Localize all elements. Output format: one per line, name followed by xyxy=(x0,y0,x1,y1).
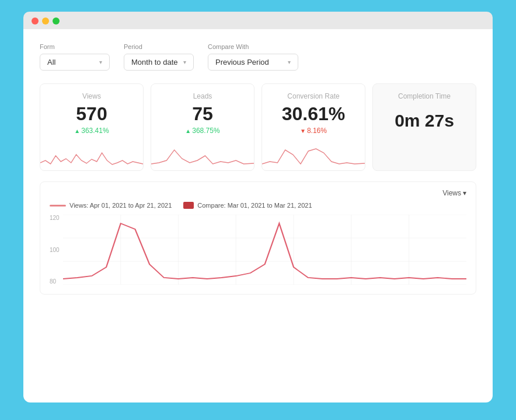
compare-filter-group: Compare With Previous Period ▾ xyxy=(208,43,298,71)
completion-card-value: 0m 27s xyxy=(382,111,466,131)
views-sparkline xyxy=(40,138,143,170)
compare-select[interactable]: Previous Period ▾ xyxy=(208,54,298,71)
period-label: Period xyxy=(124,43,194,50)
leads-card-title: Leads xyxy=(161,92,245,100)
window-chrome xyxy=(23,12,493,30)
conversion-card-title: Conversion Rate xyxy=(271,92,355,100)
legend-views-line-icon xyxy=(50,205,66,206)
compare-label: Compare With xyxy=(208,43,298,50)
views-up-arrow-icon: ▲ xyxy=(74,128,80,134)
maximize-dot[interactable] xyxy=(53,18,60,24)
chart-legend: Views: Apr 01, 2021 to Apr 21, 2021 Comp… xyxy=(50,202,466,209)
period-chevron-icon: ▾ xyxy=(183,59,186,65)
yaxis-120: 120 xyxy=(50,215,60,221)
leads-change-text: 368.75% xyxy=(192,127,219,135)
form-label: Form xyxy=(40,43,110,50)
filter-row: Form All ▾ Period Month to date ▾ Compar… xyxy=(40,43,476,71)
conversion-card: Conversion Rate 30.61% ▼ 8.16% xyxy=(262,83,365,171)
views-card-title: Views xyxy=(50,92,134,100)
leads-up-arrow-icon: ▲ xyxy=(185,128,191,134)
legend-views-item: Views: Apr 01, 2021 to Apr 21, 2021 xyxy=(50,202,172,209)
conversion-change-text: 8.16% xyxy=(307,127,327,135)
period-value: Month to date xyxy=(131,58,178,66)
form-chevron-icon: ▾ xyxy=(99,59,102,65)
cards-row: Views 570 ▲ 363.41% Leads 75 ▲ 368.75% xyxy=(40,83,476,171)
period-select[interactable]: Month to date ▾ xyxy=(124,54,194,71)
chart-yaxis: 120 100 80 xyxy=(50,215,63,285)
completion-card-title: Completion Time xyxy=(382,92,466,100)
yaxis-80: 80 xyxy=(50,278,60,285)
form-filter-group: Form All ▾ xyxy=(40,43,110,71)
conversion-down-arrow-icon: ▼ xyxy=(300,128,306,134)
app-container: Form All ▾ Period Month to date ▾ Compar… xyxy=(23,29,493,402)
completion-card: Completion Time 0m 27s xyxy=(372,83,476,171)
chart-area: Views ▾ Views: Apr 01, 2021 to Apr 21, 2… xyxy=(40,181,476,295)
chart-dropdown-chevron-icon: ▾ xyxy=(463,189,466,197)
form-value: All xyxy=(47,58,55,66)
views-card-change: ▲ 363.41% xyxy=(50,127,134,135)
legend-views-label: Views: Apr 01, 2021 to Apr 21, 2021 xyxy=(69,202,172,209)
legend-compare-item: Compare: Mar 01, 2021 to Mar 21, 2021 xyxy=(183,202,312,209)
form-select[interactable]: All ▾ xyxy=(40,54,110,71)
chart-body: 120 100 80 xyxy=(50,215,466,287)
close-dot[interactable] xyxy=(32,18,39,24)
views-card: Views 570 ▲ 363.41% xyxy=(40,83,144,171)
leads-card-value: 75 xyxy=(161,104,245,124)
conversion-card-change: ▼ 8.16% xyxy=(271,127,355,135)
chart-views-dropdown[interactable]: Views ▾ xyxy=(442,189,466,197)
legend-compare-label: Compare: Mar 01, 2021 to Mar 21, 2021 xyxy=(197,202,312,209)
compare-chevron-icon: ▾ xyxy=(288,59,291,65)
compare-value: Previous Period xyxy=(215,58,269,66)
conversion-card-value: 30.61% xyxy=(271,104,355,124)
views-card-value: 570 xyxy=(50,104,134,124)
minimize-dot[interactable] xyxy=(42,18,49,24)
leads-sparkline xyxy=(151,138,254,170)
views-change-text: 363.41% xyxy=(81,127,109,135)
yaxis-100: 100 xyxy=(50,247,60,253)
chart-svg-container xyxy=(63,215,466,287)
leads-card-change: ▲ 368.75% xyxy=(161,127,245,135)
conversion-sparkline xyxy=(262,138,365,170)
chart-top: Views ▾ xyxy=(50,189,466,197)
period-filter-group: Period Month to date ▾ xyxy=(124,43,194,71)
chart-dropdown-label: Views xyxy=(442,189,461,197)
leads-card: Leads 75 ▲ 368.75% xyxy=(151,83,254,171)
legend-compare-box-icon xyxy=(183,202,194,209)
